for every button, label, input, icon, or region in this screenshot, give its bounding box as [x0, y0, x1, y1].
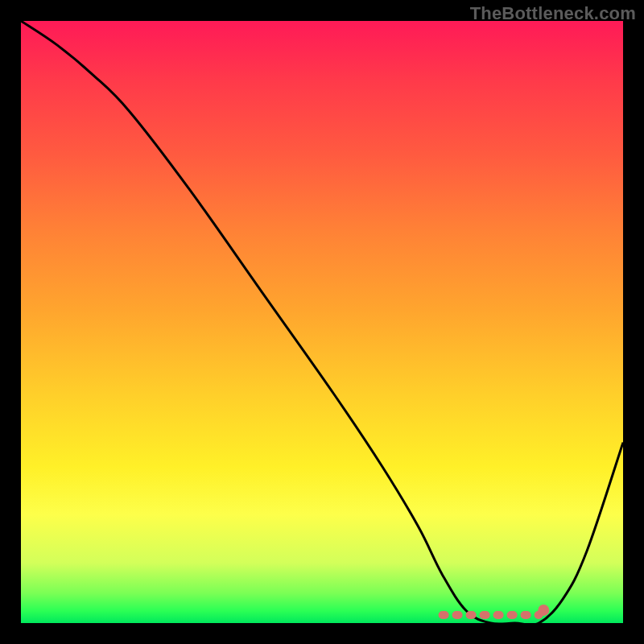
flat-region-end-dot — [538, 605, 549, 616]
plot-area — [21, 21, 623, 623]
bottleneck-curve — [21, 21, 623, 623]
chart-frame: TheBottleneck.com — [0, 0, 644, 644]
curve-layer — [21, 21, 623, 623]
curve-svg — [21, 21, 623, 623]
